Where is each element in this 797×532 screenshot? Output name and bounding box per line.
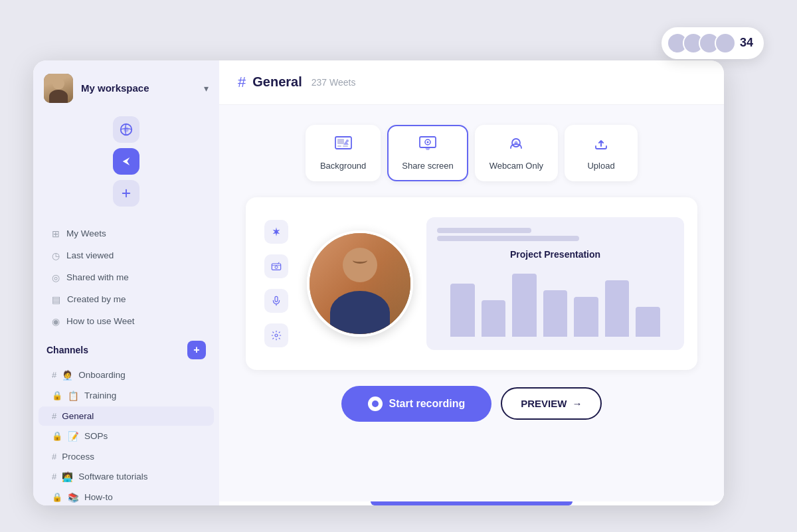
hash-icon: # <box>52 370 56 380</box>
preview-line <box>437 228 531 233</box>
webcam-icon <box>507 135 525 155</box>
sidebar-item-label: My Weets <box>66 228 106 238</box>
tab-share-screen[interactable]: Share screen <box>387 125 468 181</box>
svg-point-6 <box>346 139 349 142</box>
channel-item-onboarding[interactable]: # 🧑‍💼 Onboarding <box>39 365 214 385</box>
sidebar-item-label: Last viewed <box>66 250 114 260</box>
channel-label: How-to <box>84 492 113 502</box>
screen-preview: Project Presentation <box>426 217 684 350</box>
preview-area: Project Presentation <box>246 197 697 370</box>
channels-header: Channels + <box>33 333 219 365</box>
channel-hash-icon: # <box>238 74 246 91</box>
channel-label: SOPs <box>84 431 108 441</box>
channel-label: Training <box>84 391 116 400</box>
main-window: My workspace ▾ <box>33 60 724 505</box>
tools-sidebar <box>259 220 294 347</box>
avatar-stack <box>667 33 736 54</box>
mic-tool-button[interactable] <box>264 289 288 313</box>
chart-area <box>437 270 673 337</box>
channel-label: Software tutorials <box>78 472 147 482</box>
sidebar-icon-weet[interactable] <box>113 116 139 143</box>
share-icon: ◎ <box>52 272 60 283</box>
sidebar-nav: ⊞ My Weets ◷ Last viewed ◎ Shared with m… <box>33 217 219 505</box>
main-content: # General 237 Weets <box>219 60 724 505</box>
add-channel-button[interactable]: + <box>187 341 206 359</box>
chart-bar <box>605 280 630 337</box>
svg-rect-5 <box>343 145 348 147</box>
channel-label: General <box>62 411 94 421</box>
tab-label: Background <box>320 161 366 171</box>
chart-bar <box>450 284 475 337</box>
doc-icon: ▤ <box>52 294 60 305</box>
chart-bar <box>574 297 598 337</box>
tab-label: Webcam Only <box>489 161 543 171</box>
recording-panel: Background Share screen <box>219 105 724 501</box>
chart-bar <box>512 274 537 337</box>
hash-icon: # <box>52 452 56 462</box>
channel-title: General <box>252 74 302 90</box>
mode-tabs: Background Share screen <box>306 125 638 181</box>
sidebar-item-shared-with-me[interactable]: ◎ Shared with me <box>39 267 214 288</box>
svg-point-15 <box>275 334 278 337</box>
channel-header: # General 237 Weets <box>219 60 724 105</box>
hash-icon: # <box>52 411 56 421</box>
preview-label: PREVIEW <box>521 398 567 409</box>
channel-item-general[interactable]: # General <box>39 406 214 426</box>
channel-label: Onboarding <box>78 370 126 380</box>
tab-background[interactable]: Background <box>306 125 381 181</box>
bottom-controls: Start recording PREVIEW → <box>341 386 602 422</box>
avatar-count: 34 <box>740 36 753 50</box>
channel-label: Process <box>62 452 94 462</box>
svg-rect-4 <box>337 145 341 147</box>
chart-bar <box>543 290 568 337</box>
sidebar-item-last-viewed[interactable]: ◷ Last viewed <box>39 245 214 266</box>
svg-rect-12 <box>272 264 280 270</box>
preview-header <box>437 228 673 241</box>
tab-label: Upload <box>587 161 614 171</box>
lock-icon: 🔒 <box>52 391 62 400</box>
sidebar-item-label: Shared with me <box>66 272 129 282</box>
channel-item-sops[interactable]: 🔒 📝 SOPs <box>39 426 214 446</box>
sidebar-item-label: Created by me <box>67 294 126 304</box>
camera-tool-button[interactable] <box>264 254 288 278</box>
sidebar-item-created-by-me[interactable]: ▤ Created by me <box>39 289 214 310</box>
channels-label: Channels <box>46 345 88 355</box>
sidebar-item-how-to-use[interactable]: ◉ How to use Weet <box>39 311 214 332</box>
tab-upload[interactable]: Upload <box>565 125 638 181</box>
upload-icon <box>593 135 609 155</box>
hash-icon: # <box>52 472 56 482</box>
avatar <box>715 33 736 54</box>
sidebar-icon-send[interactable] <box>113 148 139 175</box>
chart-bar <box>636 307 660 337</box>
sidebar-icon-add[interactable] <box>113 180 139 207</box>
workspace-info: My workspace <box>81 82 196 94</box>
help-icon: ◉ <box>52 316 60 327</box>
svg-rect-3 <box>337 139 344 144</box>
sidebar-item-my-weets[interactable]: ⊞ My Weets <box>39 223 214 244</box>
channel-item-process[interactable]: # Process <box>39 447 214 466</box>
progress-bar <box>371 501 573 505</box>
channel-emoji: 📝 <box>68 431 79 442</box>
channel-emoji: 📚 <box>68 492 79 503</box>
magic-tool-button[interactable] <box>264 220 288 244</box>
workspace-name: My workspace <box>81 82 196 94</box>
background-icon <box>334 135 353 155</box>
svg-rect-14 <box>275 296 278 302</box>
user-avatar <box>44 74 73 103</box>
settings-tool-button[interactable] <box>264 323 288 347</box>
tab-webcam-only[interactable]: Webcam Only <box>475 125 558 181</box>
svg-point-9 <box>426 141 428 143</box>
svg-point-1 <box>124 127 128 132</box>
channel-item-training[interactable]: 🔒 📋 Training <box>39 386 214 406</box>
lock-icon: 🔒 <box>52 431 62 441</box>
avatar-group[interactable]: 34 <box>662 27 764 59</box>
clock-icon: ◷ <box>52 250 60 261</box>
record-icon <box>368 397 383 411</box>
chevron-down-icon[interactable]: ▾ <box>204 83 209 94</box>
channel-item-software-tutorials[interactable]: # 🧑‍💻 Software tutorials <box>39 467 214 487</box>
preview-button[interactable]: PREVIEW → <box>501 387 602 420</box>
start-recording-button[interactable]: Start recording <box>341 386 492 422</box>
channel-emoji: 🧑‍💼 <box>62 370 73 381</box>
workspace-header[interactable]: My workspace ▾ <box>33 60 219 116</box>
channel-item-how-to[interactable]: 🔒 📚 How-to <box>39 488 214 505</box>
